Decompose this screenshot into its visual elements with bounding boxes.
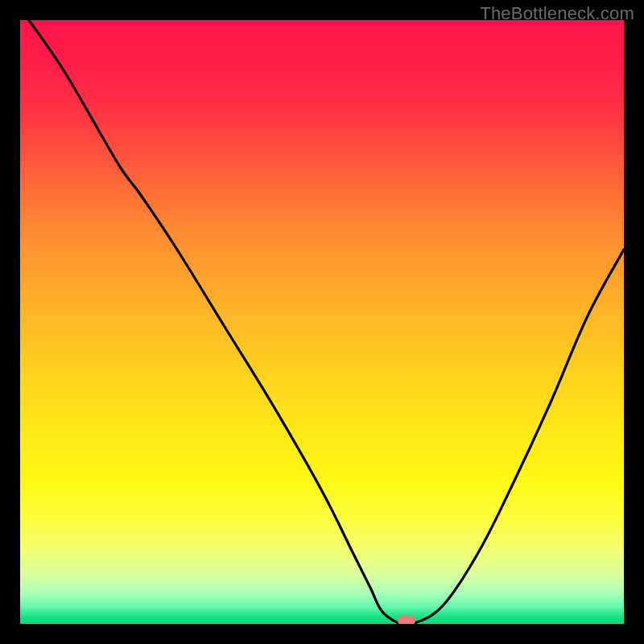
chart-frame: TheBottleneck.com [0, 0, 644, 644]
plot-area [20, 20, 624, 624]
bottleneck-curve [20, 20, 624, 624]
watermark-text: TheBottleneck.com [480, 3, 634, 24]
curve-svg [20, 20, 624, 624]
optimal-point-marker [398, 615, 415, 624]
